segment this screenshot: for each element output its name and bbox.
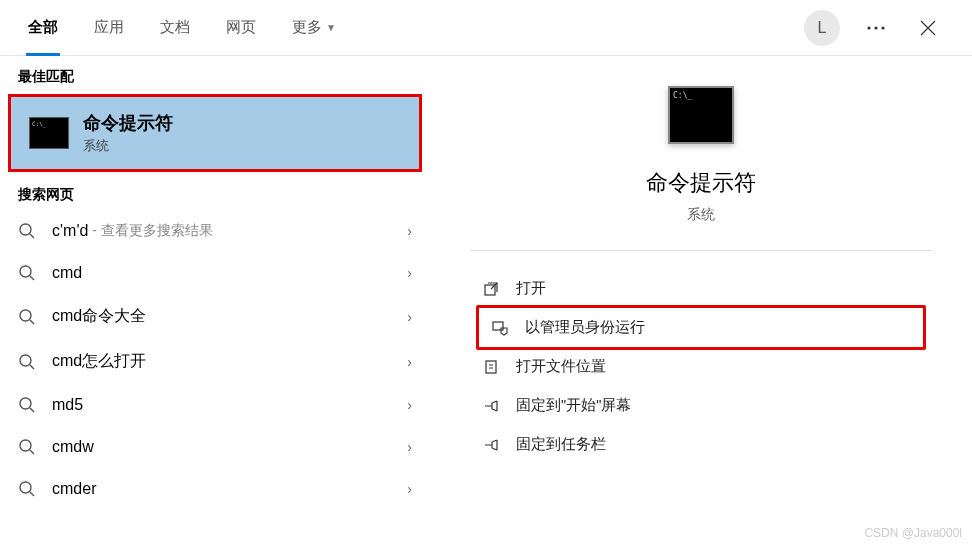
chevron-right-icon: › [407, 354, 412, 370]
web-results-list: c'm'd - 查看更多搜索结果›cmd›cmd命令大全›cmd怎么打开›md5… [0, 210, 430, 510]
results-pane: 最佳匹配 命令提示符 系统 搜索网页 c'm'd - 查看更多搜索结果›cmd›… [0, 56, 430, 546]
best-match-title: 命令提示符 [83, 111, 173, 135]
preview-title: 命令提示符 [646, 168, 756, 198]
action-label: 固定到任务栏 [516, 435, 606, 454]
svg-point-1 [874, 26, 877, 29]
pin-icon [480, 398, 502, 414]
chevron-right-icon: › [407, 265, 412, 281]
close-button[interactable] [912, 12, 944, 44]
header-bar: 全部应用文档网页更多▼ L [0, 0, 972, 56]
more-options-button[interactable] [860, 12, 892, 44]
web-result-item[interactable]: md5› [0, 384, 430, 426]
svg-point-13 [20, 440, 31, 451]
best-match-subtitle: 系统 [83, 137, 173, 155]
web-result-item[interactable]: cmd怎么打开› [0, 339, 430, 384]
result-text: cmdw [52, 438, 94, 456]
tab-1[interactable]: 应用 [76, 0, 142, 56]
action-label: 以管理员身份运行 [525, 318, 645, 337]
web-search-heading: 搜索网页 [0, 174, 430, 210]
search-icon [18, 222, 38, 240]
svg-line-10 [30, 365, 34, 369]
watermark: CSDN @Java000l [864, 526, 962, 540]
tab-3[interactable]: 网页 [208, 0, 274, 56]
result-text: cmd怎么打开 [52, 351, 146, 372]
folder-icon [480, 359, 502, 375]
open-icon [480, 281, 502, 297]
pin-icon [480, 437, 502, 453]
action-label: 打开 [516, 279, 546, 298]
best-match-heading: 最佳匹配 [0, 56, 430, 92]
svg-rect-19 [486, 361, 496, 373]
web-result-item[interactable]: cmdw› [0, 426, 430, 468]
result-text: cmder [52, 480, 96, 498]
chevron-right-icon: › [407, 397, 412, 413]
user-avatar[interactable]: L [804, 10, 840, 46]
search-icon [18, 308, 38, 326]
chevron-right-icon: › [407, 223, 412, 239]
search-icon [18, 438, 38, 456]
svg-line-14 [30, 450, 34, 454]
header-right: L [804, 10, 962, 46]
result-suffix: - 查看更多搜索结果 [92, 222, 213, 240]
result-text: c'm'd [52, 222, 88, 240]
svg-point-3 [20, 224, 31, 235]
preview-header: 命令提示符 系统 [430, 76, 972, 250]
search-icon [18, 264, 38, 282]
search-icon [18, 480, 38, 498]
search-icon [18, 353, 38, 371]
tab-2[interactable]: 文档 [142, 0, 208, 56]
svg-line-6 [30, 276, 34, 280]
web-result-item[interactable]: cmder› [0, 468, 430, 510]
action-label: 打开文件位置 [516, 357, 606, 376]
svg-point-2 [881, 26, 884, 29]
chevron-down-icon: ▼ [326, 22, 336, 33]
best-match-text: 命令提示符 系统 [83, 111, 173, 155]
svg-point-11 [20, 398, 31, 409]
action-folder[interactable]: 打开文件位置 [470, 347, 932, 386]
preview-pane: 命令提示符 系统 打开以管理员身份运行打开文件位置固定到"开始"屏幕固定到任务栏… [430, 56, 972, 546]
svg-line-4 [30, 234, 34, 238]
svg-line-16 [30, 492, 34, 496]
chevron-right-icon: › [407, 439, 412, 455]
result-text: md5 [52, 396, 83, 414]
svg-point-0 [867, 26, 870, 29]
svg-point-7 [20, 310, 31, 321]
content-area: 最佳匹配 命令提示符 系统 搜索网页 c'm'd - 查看更多搜索结果›cmd›… [0, 56, 972, 546]
action-pin[interactable]: 固定到"开始"屏幕 [470, 386, 932, 425]
web-result-item[interactable]: c'm'd - 查看更多搜索结果› [0, 210, 430, 252]
result-text: cmd命令大全 [52, 306, 146, 327]
action-admin[interactable]: 以管理员身份运行 [476, 305, 926, 350]
web-result-item[interactable]: cmd命令大全› [0, 294, 430, 339]
tab-4[interactable]: 更多▼ [274, 0, 354, 56]
admin-icon [489, 320, 511, 336]
web-result-item[interactable]: cmd› [0, 252, 430, 294]
best-match-item[interactable]: 命令提示符 系统 [8, 94, 422, 172]
preview-subtitle: 系统 [687, 206, 715, 224]
search-icon [18, 396, 38, 414]
action-list: 打开以管理员身份运行打开文件位置固定到"开始"屏幕固定到任务栏 [430, 269, 972, 464]
svg-line-12 [30, 408, 34, 412]
tab-0[interactable]: 全部 [10, 0, 76, 56]
svg-point-5 [20, 266, 31, 277]
cmd-prompt-icon [29, 117, 69, 149]
svg-line-8 [30, 320, 34, 324]
search-tabs: 全部应用文档网页更多▼ [10, 0, 354, 56]
preview-app-icon [668, 86, 734, 144]
svg-point-15 [20, 482, 31, 493]
svg-point-9 [20, 355, 31, 366]
action-open[interactable]: 打开 [470, 269, 932, 308]
action-pin[interactable]: 固定到任务栏 [470, 425, 932, 464]
action-label: 固定到"开始"屏幕 [516, 396, 631, 415]
chevron-right-icon: › [407, 481, 412, 497]
chevron-right-icon: › [407, 309, 412, 325]
divider [470, 250, 932, 251]
result-text: cmd [52, 264, 82, 282]
